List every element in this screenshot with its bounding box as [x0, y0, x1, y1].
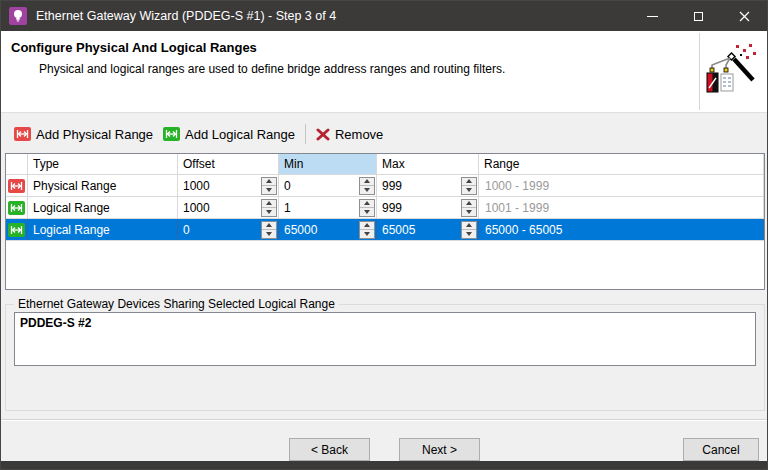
footer-separator: [1, 419, 767, 421]
toolbar: Add Physical Range Add Logical Range: [1, 119, 767, 149]
table-row-physical-range[interactable]: Physical Range 1000 0 999 1000 - 1999: [6, 175, 764, 197]
offset-cell[interactable]: 0: [178, 219, 279, 240]
min-value[interactable]: 0: [284, 179, 291, 193]
min-spinner[interactable]: [359, 221, 375, 239]
close-icon: [739, 11, 750, 22]
max-cell[interactable]: 999: [377, 197, 479, 218]
shared-devices-groupbox: Ethernet Gateway Devices Sharing Selecte…: [5, 297, 765, 411]
remove-x-icon: [316, 128, 330, 141]
range-cell: 65000 - 65005: [479, 219, 764, 240]
ranges-table: Type Offset Min Max Range Physical Range…: [5, 153, 765, 290]
offset-value[interactable]: 1000: [183, 201, 210, 215]
range-cell: 1000 - 1999: [479, 175, 764, 196]
offset-value[interactable]: 0: [183, 223, 190, 237]
min-cell[interactable]: 0: [279, 175, 377, 196]
row-icon-cell: [6, 175, 28, 196]
min-spinner[interactable]: [359, 199, 375, 217]
wizard-dialog: Ethernet Gateway Wizard (PDDEG-S #1) - S…: [0, 0, 768, 470]
max-spinner[interactable]: [461, 177, 477, 195]
column-header-min[interactable]: Min: [279, 154, 377, 174]
cancel-button[interactable]: Cancel: [683, 438, 759, 461]
max-spinner[interactable]: [461, 221, 477, 239]
column-header-icon[interactable]: [6, 154, 28, 174]
offset-spinner[interactable]: [261, 177, 277, 195]
max-cell[interactable]: 999: [377, 175, 479, 196]
column-header-range[interactable]: Range: [479, 154, 764, 174]
close-button[interactable]: [721, 1, 767, 31]
toolbar-separator: [305, 124, 306, 144]
add-physical-range-label: Add Physical Range: [36, 127, 153, 142]
min-cell[interactable]: 65000: [279, 219, 377, 240]
groupbox-label: Ethernet Gateway Devices Sharing Selecte…: [14, 297, 339, 311]
type-cell[interactable]: Physical Range: [28, 175, 178, 196]
max-cell[interactable]: 65005: [377, 219, 479, 240]
physical-range-icon: [8, 179, 25, 193]
min-value[interactable]: 65000: [284, 223, 317, 237]
shared-devices-list: PDDEG-S #2: [14, 312, 756, 366]
logical-range-icon: [8, 201, 25, 215]
app-lightbulb-icon[interactable]: [9, 7, 27, 25]
minimize-icon: [647, 16, 658, 17]
row-icon-cell: [6, 219, 28, 240]
remove-label: Remove: [335, 127, 383, 142]
max-value[interactable]: 65005: [382, 223, 415, 237]
back-button[interactable]: < Back: [289, 438, 370, 461]
column-header-max[interactable]: Max: [377, 154, 479, 174]
maximize-icon: [694, 12, 703, 21]
range-cell: 1001 - 1999: [479, 197, 764, 218]
window-bottom-border: [1, 461, 767, 469]
offset-cell[interactable]: 1000: [178, 197, 279, 218]
type-cell[interactable]: Logical Range: [28, 219, 178, 240]
titlebar[interactable]: Ethernet Gateway Wizard (PDDEG-S #1) - S…: [1, 1, 767, 31]
offset-cell[interactable]: 1000: [178, 175, 279, 196]
magic-wand-wizard-icon: [699, 33, 761, 110]
offset-value[interactable]: 1000: [183, 179, 210, 193]
add-physical-range-button[interactable]: Add Physical Range: [9, 124, 158, 145]
lightbulb-icon: [12, 9, 24, 23]
list-item[interactable]: PDDEG-S #2: [20, 316, 750, 330]
table-row-logical-range[interactable]: Logical Range 1000 1 999 1001 - 1999: [6, 197, 764, 219]
column-header-offset[interactable]: Offset: [178, 154, 279, 174]
max-value[interactable]: 999: [382, 179, 402, 193]
column-header-type[interactable]: Type: [28, 154, 178, 174]
add-logical-range-label: Add Logical Range: [185, 127, 295, 142]
min-value[interactable]: 1: [284, 201, 291, 215]
min-cell[interactable]: 1: [279, 197, 377, 218]
logical-range-icon: [8, 223, 25, 237]
min-spinner[interactable]: [359, 177, 375, 195]
page-title: Configure Physical And Logical Ranges: [11, 40, 257, 55]
maximize-button[interactable]: [675, 1, 721, 31]
physical-range-icon: [14, 127, 31, 141]
table-row-logical-range-selected[interactable]: Logical Range 0 65000 65005 65000 - 6500…: [6, 219, 764, 241]
offset-spinner[interactable]: [261, 221, 277, 239]
max-spinner[interactable]: [461, 199, 477, 217]
page-description: Physical and logical ranges are used to …: [39, 62, 505, 76]
logical-range-icon: [163, 127, 180, 141]
table-header-row: Type Offset Min Max Range: [6, 154, 764, 175]
row-icon-cell: [6, 197, 28, 218]
remove-button[interactable]: Remove: [311, 124, 388, 145]
minimize-button[interactable]: [629, 1, 675, 31]
next-button[interactable]: Next >: [399, 438, 480, 461]
offset-spinner[interactable]: [261, 199, 277, 217]
type-cell[interactable]: Logical Range: [28, 197, 178, 218]
max-value[interactable]: 999: [382, 201, 402, 215]
add-logical-range-button[interactable]: Add Logical Range: [158, 124, 300, 145]
window-title: Ethernet Gateway Wizard (PDDEG-S #1) - S…: [36, 9, 629, 23]
wizard-header: Configure Physical And Logical Ranges Ph…: [1, 31, 767, 113]
